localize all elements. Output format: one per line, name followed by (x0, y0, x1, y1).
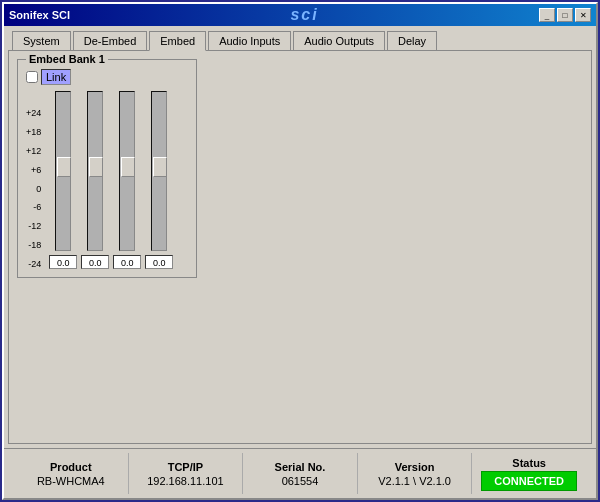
status-version: Version V2.1.1 \ V2.1.0 (358, 453, 473, 494)
fader-3-handle[interactable] (121, 157, 135, 177)
sci-logo: sci (290, 6, 318, 24)
tab-system[interactable]: System (12, 31, 71, 51)
fader-3-value[interactable]: 0.0 (113, 255, 141, 269)
minimize-button[interactable]: _ (539, 8, 555, 22)
fader-2-col: 0.0 (81, 91, 109, 269)
tab-audio-outputs[interactable]: Audio Outputs (293, 31, 385, 51)
link-checkbox-row: Link (26, 69, 188, 85)
link-label: Link (41, 69, 71, 85)
fader-2-value[interactable]: 0.0 (81, 255, 109, 269)
content-area: System De-Embed Embed Audio Inputs Audio… (4, 26, 596, 448)
status-connection: Status CONNECTED (472, 453, 586, 494)
link-checkbox[interactable] (26, 71, 38, 83)
product-label: Product (50, 461, 92, 473)
fader-1-value[interactable]: 0.0 (49, 255, 77, 269)
tab-content-embed: Embed Bank 1 Link +24 +18 +12 +6 0 -6 -1… (8, 50, 592, 444)
fader-1-track[interactable] (55, 91, 71, 251)
scale-mark-18pos: +18 (26, 128, 41, 137)
window-title: Sonifex SCI (9, 9, 70, 21)
embed-bank: Embed Bank 1 Link +24 +18 +12 +6 0 -6 -1… (17, 59, 197, 278)
tabs: System De-Embed Embed Audio Inputs Audio… (8, 30, 592, 50)
serial-label: Serial No. (275, 461, 326, 473)
tab-audio-inputs[interactable]: Audio Inputs (208, 31, 291, 51)
title-buttons: _ □ ✕ (539, 8, 591, 22)
fader-4-handle[interactable] (153, 157, 167, 177)
title-bar-left: Sonifex SCI (9, 9, 70, 21)
embed-bank-title: Embed Bank 1 (26, 53, 108, 65)
status-tcpip: TCP/IP 192.168.11.101 (129, 453, 244, 494)
scale-mark-6neg: -6 (26, 203, 41, 212)
version-label: Version (395, 461, 435, 473)
status-serial: Serial No. 061554 (243, 453, 358, 494)
fader-1-col: 0.0 (49, 91, 77, 269)
fader-2-handle[interactable] (89, 157, 103, 177)
scale-mark-24pos: +24 (26, 109, 41, 118)
version-value: V2.1.1 \ V2.1.0 (378, 475, 451, 487)
status-label: Status (512, 457, 546, 469)
fader-3-track[interactable] (119, 91, 135, 251)
close-button[interactable]: ✕ (575, 8, 591, 22)
tcpip-label: TCP/IP (168, 461, 203, 473)
status-product: Product RB-WHCMA4 (14, 453, 129, 494)
serial-value: 061554 (282, 475, 319, 487)
scale-mark-24neg: -24 (26, 260, 41, 269)
tab-de-embed[interactable]: De-Embed (73, 31, 148, 51)
scale-mark-12pos: +12 (26, 147, 41, 156)
tcpip-value: 192.168.11.101 (147, 475, 223, 487)
scale-mark-6pos: +6 (26, 166, 41, 175)
scale-mark-0: 0 (26, 185, 41, 194)
title-bar: Sonifex SCI sci _ □ ✕ (4, 4, 596, 26)
status-bar: Product RB-WHCMA4 TCP/IP 192.168.11.101 … (4, 448, 596, 498)
fader-4-value[interactable]: 0.0 (145, 255, 173, 269)
fader-1-handle[interactable] (57, 157, 71, 177)
fader-2-track[interactable] (87, 91, 103, 251)
maximize-button[interactable]: □ (557, 8, 573, 22)
fader-4-track[interactable] (151, 91, 167, 251)
tab-embed[interactable]: Embed (149, 31, 206, 51)
faders-area: +24 +18 +12 +6 0 -6 -12 -18 -24 (26, 91, 188, 269)
main-window: Sonifex SCI sci _ □ ✕ System De-Embed Em… (2, 2, 598, 500)
fader-4-col: 0.0 (145, 91, 173, 269)
tab-delay[interactable]: Delay (387, 31, 437, 51)
status-connected-badge: CONNECTED (481, 471, 577, 491)
scale-mark-12neg: -12 (26, 222, 41, 231)
fader-3-col: 0.0 (113, 91, 141, 269)
scale-mark-18neg: -18 (26, 241, 41, 250)
product-value: RB-WHCMA4 (37, 475, 105, 487)
scale: +24 +18 +12 +6 0 -6 -12 -18 -24 (26, 109, 41, 269)
